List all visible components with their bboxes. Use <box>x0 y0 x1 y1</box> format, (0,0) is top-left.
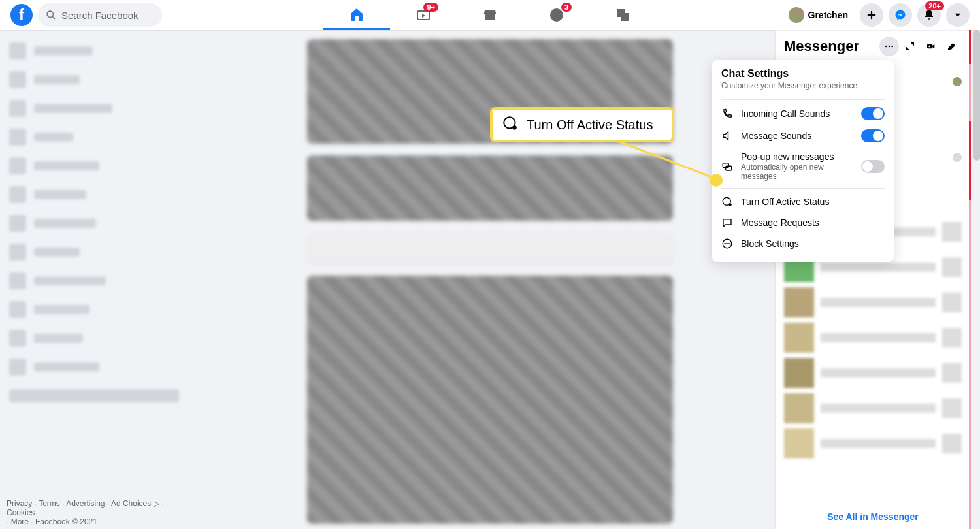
footer-advertising[interactable]: Advertising <box>66 499 105 508</box>
gaming-icon <box>615 7 631 23</box>
top-header: f Search Facebook 9+ 3 Gretchen <box>0 0 980 30</box>
messenger-options-button[interactable] <box>879 37 899 56</box>
profile-name: Gretchen <box>808 10 848 20</box>
chat-bubbles-icon <box>721 161 733 172</box>
setting-message-sounds[interactable]: Message Sounds <box>712 125 894 147</box>
svg-point-10 <box>891 46 893 48</box>
svg-rect-7 <box>622 14 629 20</box>
create-button[interactable] <box>860 3 883 27</box>
avatar-icon <box>953 77 962 86</box>
messenger-button[interactable] <box>889 3 912 27</box>
watch-badge: 9+ <box>423 3 438 12</box>
sidebar-section <box>9 384 180 408</box>
conversation-item[interactable] <box>781 320 964 355</box>
block-icon <box>721 238 733 249</box>
marketplace-icon <box>482 7 498 23</box>
callout-highlight: Turn Off Active Status <box>490 107 674 142</box>
sidebar-item[interactable] <box>9 183 180 206</box>
search-input[interactable]: Search Facebook <box>38 3 162 27</box>
messenger-new-video-button[interactable] <box>921 37 941 56</box>
conversation-item[interactable] <box>781 426 964 461</box>
toggle-incoming-calls[interactable] <box>861 107 885 120</box>
chat-settings-subtitle: Customize your Messenger experience. <box>721 81 885 90</box>
left-sidebar: Privacy · Terms · Advertising · Ad Choic… <box>0 30 189 529</box>
svg-line-1 <box>52 16 55 19</box>
home-icon <box>349 7 365 22</box>
setting-turn-off-active-status[interactable]: Turn Off Active Status <box>712 191 894 212</box>
sidebar-item[interactable] <box>9 154 180 178</box>
sidebar-item[interactable] <box>9 39 180 63</box>
profile-chip[interactable]: Gretchen <box>786 5 855 25</box>
messenger-footer: See All in Messenger <box>776 504 970 529</box>
sidebar-item[interactable] <box>9 212 180 235</box>
footer-ad-choices[interactable]: Ad Choices <box>111 499 151 508</box>
setting-sublabel: Automatically open new messages <box>741 163 853 181</box>
chevron-down-icon <box>952 9 964 21</box>
chat-settings-header: Chat Settings Customize your Messenger e… <box>712 68 894 97</box>
groups-badge: 3 <box>561 3 572 12</box>
svg-point-3 <box>551 9 563 21</box>
compose-icon <box>947 41 957 52</box>
active-status-icon <box>502 115 519 135</box>
conversation-item[interactable] <box>781 391 964 426</box>
sidebar-item[interactable] <box>9 355 180 379</box>
footer-cookies[interactable]: Cookies <box>7 508 35 517</box>
setting-label: Incoming Call Sounds <box>741 108 853 119</box>
ellipsis-icon <box>884 41 894 52</box>
sidebar-item[interactable] <box>9 327 180 350</box>
messenger-expand-button[interactable] <box>900 37 920 56</box>
chat-settings-title: Chat Settings <box>721 68 885 80</box>
bell-icon <box>923 9 935 21</box>
messenger-new-message-button[interactable] <box>942 37 962 56</box>
sidebar-item[interactable] <box>9 240 180 264</box>
expand-icon <box>905 41 915 52</box>
setting-incoming-call-sounds[interactable]: Incoming Call Sounds <box>712 103 894 125</box>
footer-more[interactable]: More <box>11 517 29 526</box>
account-menu-button[interactable] <box>946 3 970 27</box>
nav-home[interactable] <box>323 0 390 30</box>
nav-groups[interactable]: 3 <box>523 0 590 30</box>
speaker-icon <box>721 130 733 142</box>
chat-settings-popup: Chat Settings Customize your Messenger e… <box>712 60 894 262</box>
sidebar-item[interactable] <box>9 97 180 120</box>
facebook-logo-icon[interactable]: f <box>10 4 33 26</box>
conversation-item[interactable] <box>781 285 964 320</box>
setting-label: Pop-up new messages Automatically open n… <box>741 152 853 181</box>
see-all-messenger-link[interactable]: See All in Messenger <box>827 511 919 522</box>
footer-privacy[interactable]: Privacy <box>7 499 32 508</box>
messenger-title: Messenger <box>784 38 878 55</box>
plus-icon <box>866 9 877 21</box>
page-scrollbar[interactable] <box>973 30 980 529</box>
setting-popup-messages[interactable]: Pop-up new messages Automatically open n… <box>712 147 894 185</box>
setting-label: Block Settings <box>741 238 885 249</box>
svg-point-5 <box>557 12 560 15</box>
svg-point-19 <box>512 125 517 130</box>
toggle-popup-messages[interactable] <box>861 160 885 173</box>
header-nav: 9+ 3 <box>323 0 657 30</box>
sidebar-item[interactable] <box>9 298 180 321</box>
notifications-button[interactable]: 20+ <box>917 3 941 27</box>
sidebar-item[interactable] <box>9 68 180 91</box>
rooms-row[interactable] <box>307 232 673 264</box>
header-right: Gretchen 20+ <box>786 3 970 27</box>
search-icon <box>46 10 56 20</box>
svg-point-4 <box>553 12 556 15</box>
setting-message-requests[interactable]: Message Requests <box>712 212 894 233</box>
sidebar-item[interactable] <box>9 269 180 293</box>
create-post-card[interactable] <box>307 155 673 221</box>
phone-icon <box>721 108 733 120</box>
sidebar-item[interactable] <box>9 125 180 149</box>
nav-marketplace[interactable] <box>457 0 523 30</box>
feed-post[interactable] <box>307 276 673 524</box>
messenger-scrollbar[interactable] <box>969 30 971 529</box>
nav-gaming[interactable] <box>590 0 657 30</box>
toggle-message-sounds[interactable] <box>861 129 885 142</box>
svg-point-8 <box>885 46 887 48</box>
conversation-item[interactable] <box>781 355 964 391</box>
svg-point-0 <box>47 11 53 17</box>
messenger-header: Messenger <box>776 30 970 63</box>
svg-point-15 <box>728 203 732 206</box>
setting-block-settings[interactable]: Block Settings <box>712 233 894 254</box>
footer-terms[interactable]: Terms <box>39 499 60 508</box>
nav-watch[interactable]: 9+ <box>390 0 457 30</box>
